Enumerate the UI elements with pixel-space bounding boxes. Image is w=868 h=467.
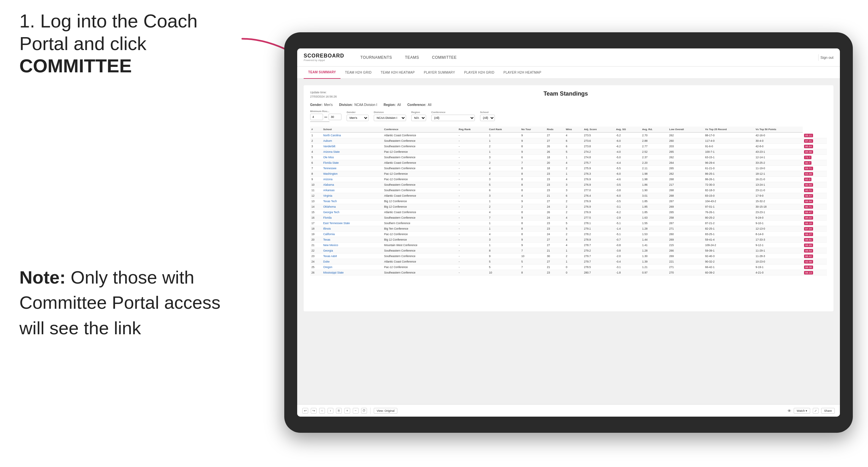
filter-gender: Gender: Men's xyxy=(310,103,333,106)
table-row: 12 Virginia Atlantic Coast Conference - … xyxy=(310,193,827,198)
cell-adj-score: 277.5 xyxy=(583,215,615,221)
cell-conference: Southeastern Conference xyxy=(383,188,458,193)
cell-rank: 16 xyxy=(310,215,322,221)
sub-nav-player-h2h-grid[interactable]: PLAYER H2H GRID xyxy=(460,66,499,79)
cell-overall: 86-26-1 xyxy=(704,177,754,182)
table-row: 7 Tennessee Southeastern Conference - 4 … xyxy=(310,166,827,171)
cell-rnds: 26 xyxy=(546,149,564,155)
cell-reg-rank: - xyxy=(458,160,488,166)
copy-icon[interactable]: ⎘ xyxy=(336,408,342,414)
cell-conf-rank: 5 xyxy=(488,259,520,264)
division-select[interactable]: NCAA Division I NCAA Division II NCAA Di… xyxy=(374,115,406,121)
cell-rnds: 26 xyxy=(546,210,564,215)
cell-avg-rd: 1.98 xyxy=(641,171,668,177)
cell-school: Florida State xyxy=(322,160,383,166)
redo-icon[interactable]: ↪ xyxy=(311,408,317,414)
region-select[interactable]: N/A All xyxy=(411,115,426,121)
cell-adj-score: 278.1 xyxy=(583,221,615,226)
cell-low: 265 xyxy=(668,149,704,155)
nav-committee[interactable]: COMMITTEE xyxy=(426,49,463,66)
nav-teams[interactable]: TEAMS xyxy=(399,49,426,66)
table-row: 19 California Pac-12 Conference - 4 8 24… xyxy=(310,231,827,237)
cell-avg-rd: 1.85 xyxy=(641,198,668,204)
cell-adj-score: 276.9 xyxy=(583,204,615,210)
table-row: 10 Alabama Southeastern Conference - 5 8… xyxy=(310,182,827,188)
cell-school: Georgia xyxy=(322,248,383,253)
cell-conf-rank: 1 xyxy=(488,221,520,226)
cell-avg-rd: 1.21 xyxy=(641,264,668,270)
sub-nav-player-h2h-heatmap[interactable]: PLAYER H2H HEATMAP xyxy=(499,66,546,79)
clock-icon[interactable]: ⏱ xyxy=(361,408,367,414)
cell-conf-rank: 10 xyxy=(488,270,520,276)
cell-reg-rank: - xyxy=(458,198,488,204)
min-val-input[interactable] xyxy=(310,114,323,120)
cell-vs25: 33-25-2 xyxy=(754,160,803,166)
plus-icon[interactable]: + xyxy=(344,408,350,414)
sub-nav-player-summary[interactable]: PLAYER SUMMARY xyxy=(419,66,460,79)
cell-low: 269 xyxy=(668,204,704,210)
cell-school: Vanderbilt xyxy=(322,144,383,149)
school-select[interactable]: (All) xyxy=(480,115,495,121)
cell-adj-score: 273.5 xyxy=(583,132,615,138)
view-button[interactable]: View: Original xyxy=(374,408,397,414)
minus-icon[interactable]: − xyxy=(353,408,359,414)
cell-reg-rank: - xyxy=(458,171,488,177)
cell-overall: 88-17-0 xyxy=(704,132,754,138)
cell-conf-rank: 2 xyxy=(488,171,520,177)
share-button[interactable]: Share xyxy=(821,408,835,414)
cell-avg-rd: 3.01 xyxy=(641,193,668,198)
cell-adj-score: 274.2 xyxy=(583,149,615,155)
cell-wins: 6 xyxy=(564,144,583,149)
cell-adj-score: 276.4 xyxy=(583,193,615,198)
max-val-input[interactable] xyxy=(329,114,341,120)
col-adj-score: Adj. Score xyxy=(583,127,615,132)
sub-nav-team-h2h-heatmap[interactable]: TEAM H2H HEATMAP xyxy=(376,66,419,79)
cell-adj-score: 280.7 xyxy=(583,270,615,276)
sign-out-link[interactable]: Sign out xyxy=(820,56,833,59)
cell-conf-rank: 5 xyxy=(488,264,520,270)
cell-overall: 86-25-1 xyxy=(704,171,754,177)
cell-points: 86.64 xyxy=(803,144,827,149)
cell-conf-rank: 1 xyxy=(488,226,520,231)
cell-rank: 3 xyxy=(310,144,322,149)
cell-low: 267 xyxy=(668,198,704,204)
cell-vs25: 8-14-0 xyxy=(754,231,803,237)
table-row: 21 New Mexico Mountain West Conference -… xyxy=(310,243,827,248)
watch-button[interactable]: Watch ▾ xyxy=(794,408,810,414)
cell-conf-rank: 5 xyxy=(488,182,520,188)
nav-next-icon[interactable]: › xyxy=(328,408,333,414)
cell-no-tour: 8 xyxy=(520,144,546,149)
cell-avg-rd: 1.55 xyxy=(641,221,668,226)
gender-select[interactable]: Men's Women's xyxy=(347,115,369,121)
expand-icon[interactable]: ⤢ xyxy=(813,408,818,414)
eye-icon: 👁 xyxy=(787,409,791,413)
cell-vs25: 12-14-1 xyxy=(754,155,803,160)
sub-nav-team-summary[interactable]: TEAM SUMMARY xyxy=(304,66,340,79)
cell-reg-rank: - xyxy=(458,248,488,253)
cell-vs25: 4-21-0 xyxy=(754,270,803,276)
conference-select[interactable]: (All) Atlantic Coast Conference Southeas… xyxy=(431,115,475,121)
cell-conference: Atlantic Coast Conference xyxy=(383,259,458,264)
cell-overall: 82-18-3 xyxy=(704,188,754,193)
cell-sg: -0.8 xyxy=(615,243,641,248)
rounds-slider[interactable] xyxy=(310,121,330,122)
filters-row: Gender: Men's Division: NCAA Division I … xyxy=(310,103,827,106)
cell-reg-rank: - xyxy=(458,149,488,155)
cell-points: 88.57 xyxy=(803,193,827,198)
col-rnds: Rnds xyxy=(546,127,564,132)
sub-nav-team-h2h-grid[interactable]: TEAM H2H GRID xyxy=(340,66,376,79)
undo-icon[interactable]: ↩ xyxy=(302,408,308,414)
table-row: 6 Florida State Atlantic Coast Conferenc… xyxy=(310,160,827,166)
cell-reg-rank: - xyxy=(458,182,488,188)
cell-sg: -6.0 xyxy=(615,171,641,177)
cell-conference: Mountain West Conference xyxy=(383,243,458,248)
nav-prev-icon[interactable]: ‹ xyxy=(319,408,325,414)
main-nav: TOURNAMENTS TEAMS COMMITTEE xyxy=(354,49,818,66)
cell-conference: Pac-12 Conference xyxy=(383,264,458,270)
cell-points: 63.49 xyxy=(803,171,827,177)
cell-school: East Tennessee State xyxy=(322,221,383,226)
cell-rank: 9 xyxy=(310,177,322,182)
nav-tournaments[interactable]: TOURNAMENTS xyxy=(354,49,399,66)
cell-avg-rd: 1.86 xyxy=(641,182,668,188)
cell-rank: 8 xyxy=(310,171,322,177)
